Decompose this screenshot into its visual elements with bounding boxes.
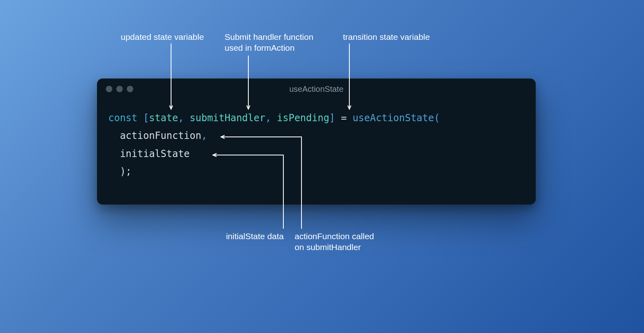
tok-use-action-state: useActionState	[353, 112, 434, 124]
tok-action-function: actionFunction	[120, 130, 201, 141]
code-body: const [state, submitHandler, isPending] …	[97, 99, 536, 189]
annotation-transition-state-variable: transition state variable	[343, 31, 430, 42]
window-titlebar: useActionState	[97, 79, 536, 99]
annotation-submit-handler-function: Submit handler function used in formActi…	[225, 31, 314, 54]
annotation-initial-state-data: initialState data	[215, 231, 284, 242]
tok-const: const	[108, 112, 137, 124]
tok-is-pending: isPending	[277, 112, 329, 124]
tok-equals: =	[341, 112, 347, 124]
traffic-light-minimize-icon	[116, 86, 123, 92]
code-window: useActionState const [state, submitHandl…	[97, 79, 536, 205]
tok-initial-state: initialState	[120, 148, 190, 159]
diagram-stage: updated state variable Submit handler fu…	[0, 0, 644, 333]
traffic-light-zoom-icon	[127, 86, 133, 92]
tok-open-bracket: [	[143, 112, 149, 124]
annotation-action-function-called: actionFunction called on submitHandler	[295, 231, 374, 253]
tok-state: state	[149, 112, 178, 124]
tok-comma-3: ,	[201, 130, 207, 141]
traffic-lights	[106, 86, 133, 92]
tok-comma-2: ,	[265, 112, 271, 124]
tok-open-paren: (	[434, 112, 440, 124]
tok-submit-handler: submitHandler	[190, 112, 265, 124]
traffic-light-close-icon	[106, 86, 112, 92]
tok-close-bracket: ]	[329, 112, 335, 124]
tok-close-paren: );	[120, 166, 132, 177]
annotation-updated-state-variable: updated state variable	[121, 31, 204, 42]
tok-comma-1: ,	[178, 112, 184, 124]
window-title: useActionState	[97, 85, 536, 94]
